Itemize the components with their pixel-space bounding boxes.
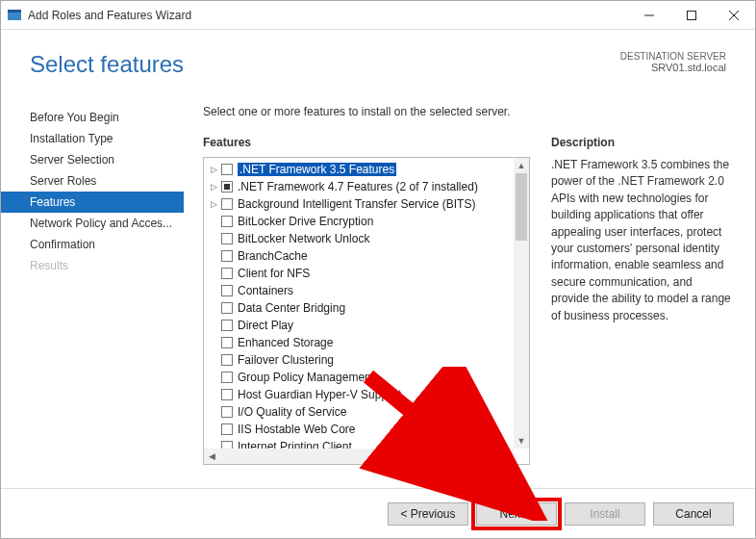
page-title: Select features: [30, 51, 620, 78]
vertical-scrollbar[interactable]: ▲ ▼: [514, 158, 529, 449]
feature-row[interactable]: ▷.NET Framework 3.5 Features: [204, 161, 514, 178]
feature-label: BranchCache: [238, 249, 308, 263]
intro-text: Select one or more features to install o…: [203, 105, 732, 118]
feature-label: .NET Framework 3.5 Features: [238, 163, 396, 176]
feature-label: .NET Framework 4.7 Features (2 of 7 inst…: [238, 180, 478, 193]
expand-icon: [210, 339, 218, 347]
wizard-main: Select one or more features to install o…: [184, 97, 755, 465]
window-titlebar: Add Roles and Features Wizard: [1, 1, 755, 30]
feature-checkbox[interactable]: [221, 268, 233, 279]
install-button[interactable]: Install: [565, 502, 645, 526]
minimize-button[interactable]: [628, 2, 670, 29]
feature-checkbox[interactable]: [221, 320, 233, 331]
expand-icon[interactable]: ▷: [210, 183, 218, 192]
scroll-up-icon[interactable]: ▲: [514, 158, 529, 173]
feature-checkbox[interactable]: [221, 406, 233, 418]
scroll-left-icon[interactable]: ◀: [204, 449, 219, 464]
maximize-button[interactable]: [670, 2, 713, 29]
feature-checkbox[interactable]: [221, 372, 233, 383]
nav-item[interactable]: Server Selection: [1, 149, 184, 170]
feature-row[interactable]: Client for NFS: [204, 265, 514, 282]
feature-label: Containers: [238, 284, 293, 297]
expand-icon: [210, 304, 218, 313]
expand-icon: [210, 373, 218, 382]
feature-checkbox[interactable]: [221, 164, 233, 175]
feature-row[interactable]: BitLocker Network Unlock: [204, 230, 514, 247]
expand-icon: [210, 408, 218, 417]
nav-item[interactable]: Confirmation: [1, 234, 184, 255]
nav-item[interactable]: Server Roles: [1, 170, 184, 192]
scroll-right-icon[interactable]: ▶: [498, 449, 514, 464]
feature-label: Data Center Bridging: [238, 301, 345, 315]
description-text: .NET Framework 3.5 combines the power of…: [551, 157, 732, 324]
nav-item[interactable]: Features: [1, 192, 184, 213]
feature-row[interactable]: I/O Quality of Service: [204, 403, 514, 421]
feature-checkbox[interactable]: [221, 198, 233, 210]
feature-checkbox[interactable]: [221, 389, 233, 400]
feature-checkbox[interactable]: [221, 233, 233, 244]
feature-checkbox[interactable]: [221, 285, 233, 296]
feature-label: I/O Quality of Service: [238, 405, 346, 419]
description-heading: Description: [551, 136, 732, 149]
feature-checkbox[interactable]: [221, 250, 233, 262]
features-listbox[interactable]: ▷.NET Framework 3.5 Features▷.NET Framew…: [203, 157, 530, 465]
feature-label: Client for NFS: [238, 267, 310, 280]
feature-row[interactable]: Host Guardian Hyper-V Support: [204, 386, 514, 403]
feature-row[interactable]: Direct Play: [204, 317, 514, 334]
expand-icon[interactable]: ▷: [210, 166, 218, 174]
nav-item[interactable]: Before You Begin: [1, 107, 184, 128]
feature-row[interactable]: Internet Printing Client: [204, 438, 514, 449]
close-button[interactable]: [713, 2, 755, 29]
scroll-thumb[interactable]: [516, 173, 527, 241]
svg-rect-3: [688, 11, 696, 19]
feature-checkbox[interactable]: [221, 441, 233, 449]
feature-checkbox[interactable]: [221, 354, 233, 366]
next-button[interactable]: Next >: [476, 502, 557, 526]
feature-checkbox[interactable]: [221, 424, 233, 435]
feature-row[interactable]: Failover Clustering: [204, 351, 514, 369]
expand-icon: [210, 425, 218, 434]
nav-item[interactable]: Installation Type: [1, 128, 184, 149]
expand-icon: [210, 235, 218, 244]
wizard-body: Before You BeginInstallation TypeServer …: [1, 88, 755, 465]
wizard-footer: < Previous Next > Install Cancel: [1, 488, 755, 538]
feature-label: BitLocker Network Unlock: [238, 232, 369, 245]
feature-row[interactable]: BitLocker Drive Encryption: [204, 213, 514, 230]
window-title: Add Roles and Features Wizard: [28, 9, 628, 22]
feature-label: Internet Printing Client: [238, 440, 352, 449]
expand-icon: [210, 356, 218, 365]
expand-icon: [210, 391, 218, 399]
feature-row[interactable]: ▷Background Intelligent Transfer Service…: [204, 195, 514, 213]
feature-row[interactable]: Group Policy Management: [204, 369, 514, 386]
feature-checkbox[interactable]: [221, 302, 233, 314]
feature-row[interactable]: Enhanced Storage: [204, 334, 514, 351]
destination-server-label: DESTINATION SERVER: [620, 51, 726, 62]
feature-row[interactable]: IIS Hostable Web Core: [204, 421, 514, 438]
scroll-down-icon[interactable]: ▼: [514, 433, 529, 449]
feature-checkbox[interactable]: [221, 216, 233, 227]
expand-icon[interactable]: ▷: [210, 200, 218, 209]
feature-checkbox[interactable]: [221, 181, 233, 192]
expand-icon: [210, 321, 218, 330]
previous-button[interactable]: < Previous: [388, 502, 468, 526]
nav-item[interactable]: Network Policy and Acces...: [1, 213, 184, 234]
wizard-nav: Before You BeginInstallation TypeServer …: [1, 97, 184, 465]
feature-row[interactable]: Data Center Bridging: [204, 299, 514, 317]
feature-label: Enhanced Storage: [238, 336, 333, 349]
feature-row[interactable]: ▷.NET Framework 4.7 Features (2 of 7 ins…: [204, 178, 514, 195]
feature-label: Background Intelligent Transfer Service …: [238, 197, 475, 211]
feature-row[interactable]: BranchCache: [204, 247, 514, 265]
feature-row[interactable]: Containers: [204, 282, 514, 299]
expand-icon: [210, 270, 218, 278]
feature-label: Direct Play: [238, 319, 293, 332]
app-icon: [7, 8, 22, 23]
feature-label: IIS Hostable Web Core: [238, 423, 356, 436]
feature-label: BitLocker Drive Encryption: [238, 215, 373, 228]
horizontal-scrollbar[interactable]: ◀ ▶: [204, 449, 514, 464]
feature-label: Host Guardian Hyper-V Support: [238, 388, 401, 401]
features-heading: Features: [203, 136, 530, 149]
nav-item: Results: [1, 255, 184, 276]
cancel-button[interactable]: Cancel: [653, 502, 734, 526]
destination-server-block: DESTINATION SERVER SRV01.std.local: [620, 51, 726, 73]
feature-checkbox[interactable]: [221, 337, 233, 348]
